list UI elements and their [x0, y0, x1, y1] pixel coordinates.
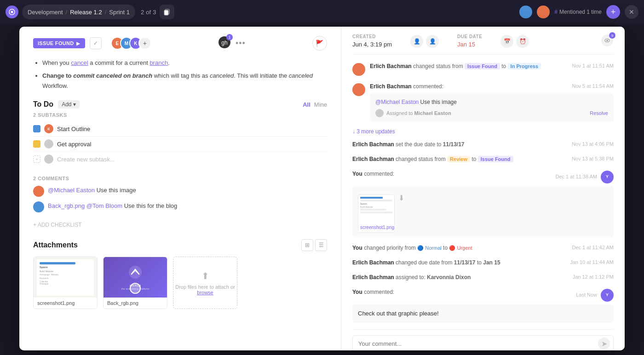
- activity-row: Erlich Bachman changed status from Revie…: [352, 155, 614, 163]
- subtask-text-1: Start Outline: [57, 126, 90, 132]
- browse-link[interactable]: browse: [197, 290, 213, 295]
- activity-time: Nov 5 at 11:54 AM: [572, 82, 614, 90]
- comment-mention[interactable]: @Michael Easton: [375, 99, 419, 105]
- activity-row: You commented: Dec 1 at 11:38 AM Y: [352, 170, 614, 183]
- add-task-button[interactable]: +: [606, 5, 620, 19]
- attachment-screenshot[interactable]: Space Build Website Homepage Website Res…: [33, 257, 98, 309]
- comment-input-field[interactable]: [352, 335, 614, 351]
- badge-arrow-icon: ▶: [76, 41, 80, 46]
- activity-item: Erlich Bachman changed status from Revie…: [352, 155, 614, 163]
- screenshot-filename[interactable]: screenshot1.png: [358, 223, 394, 232]
- add-checklist-button[interactable]: + ADD CHECKLIST: [33, 222, 327, 228]
- todo-add-button[interactable]: Add ▾: [58, 100, 79, 109]
- actor-name: Erlich Bachman: [352, 141, 394, 148]
- comment-mention-1[interactable]: @Michael Easton: [48, 187, 95, 194]
- actor-name: Erlich Bachman: [370, 83, 412, 90]
- upload-text: Drop files here to attach or browse: [173, 284, 237, 295]
- activity-text: You commented:: [352, 288, 394, 296]
- activity-time: Jan 10 at 11:44 AM: [570, 258, 614, 266]
- flag-button[interactable]: 🚩: [312, 36, 327, 51]
- issue-found-badge: ISSUE FOUND ▶: [33, 38, 85, 48]
- activity-to: to: [472, 156, 477, 162]
- from-date: 11/13/17: [454, 259, 476, 266]
- mini-line: [360, 200, 392, 201]
- subtask-avatar-2: [44, 139, 53, 149]
- breadcrumb-sep2: /: [105, 9, 107, 16]
- comment-body-2: Use this for the blog: [124, 202, 178, 209]
- last-comment-text: Check out that graphic please!: [358, 310, 439, 317]
- add-assignee-button[interactable]: +: [138, 37, 151, 50]
- subtask-checkbox-1[interactable]: [33, 125, 40, 132]
- upload-icon: ⬆: [201, 270, 209, 281]
- file-upload-zone[interactable]: ⬆ Drop files here to attach or browse: [173, 257, 237, 309]
- assignee-avatars: E M K +: [111, 37, 151, 50]
- task-of: of: [146, 9, 151, 16]
- checkmark-button[interactable]: ✓: [90, 37, 102, 49]
- download-button[interactable]: ⬇: [398, 193, 404, 204]
- attachments-title: Attachments: [33, 241, 78, 249]
- copy-button[interactable]: [160, 5, 174, 19]
- topbar-mentioned: # Mentioned 1 time: [554, 9, 602, 15]
- mini-line: [360, 197, 383, 199]
- you-avatar: Y: [601, 171, 614, 183]
- filter-mine[interactable]: Mine: [314, 101, 327, 108]
- branch-link[interactable]: branch: [150, 59, 168, 66]
- more-options-button[interactable]: •••: [236, 39, 246, 48]
- actor-name: You: [352, 289, 362, 295]
- activity-desc: commented:: [364, 171, 394, 177]
- comments-section: 2 COMMENTS @Michael Easton Use this imag…: [33, 176, 327, 212]
- activity-time: Jan 12 at 1:12 PM: [573, 273, 614, 281]
- close-button[interactable]: ✕: [625, 5, 638, 19]
- comment-avatar-1: [33, 186, 44, 197]
- breadcrumb-development[interactable]: Development: [28, 9, 63, 16]
- activity-row: You changed priority from 🔵 Normal to 🔴 …: [352, 244, 614, 252]
- activity-content: You commented: Last Now Y Check out that…: [352, 288, 614, 323]
- cancel-link[interactable]: cancel: [71, 59, 88, 66]
- activity-text: Erlich Bachman commented:: [370, 82, 443, 91]
- send-comment-button[interactable]: ➤: [598, 338, 610, 349]
- breadcrumb[interactable]: Development / Release 1.2 / Sprint 1: [22, 5, 135, 19]
- attachment-preview-1: Space Build Website Homepage Website Res…: [34, 257, 97, 298]
- preview-inner-1: Space Build Website Homepage Website Res…: [37, 259, 94, 296]
- github-button[interactable]: gh 1: [218, 36, 231, 51]
- attachment-back-rgb[interactable]: clickup the everything platform Back_rgb…: [103, 257, 167, 309]
- activity-avatar: [352, 83, 365, 96]
- due-label: DUE DATE: [457, 34, 482, 39]
- grid-view-button[interactable]: ⊞: [301, 239, 313, 251]
- resolve-button[interactable]: Resolve: [590, 109, 608, 117]
- screenshot-thumbnail[interactable]: Space Build Website screenshot1.png: [358, 195, 395, 233]
- activity-desc: commented:: [364, 289, 394, 295]
- activity-desc: changed status from: [413, 63, 465, 69]
- task-meta: CREATED Jun 4, 3:19 pm 👤 👤 DUE DATE Jan …: [352, 34, 614, 55]
- thumb-row: Space Build Website screenshot1.png ⬇: [358, 191, 608, 233]
- mini-line: [360, 212, 392, 213]
- comment-avatar-2: [33, 201, 44, 212]
- comment-bubble: @Michael Easton Use this image Assigned …: [370, 93, 614, 122]
- assignment-row: Assigned to Michael Easton Resolve: [375, 109, 608, 117]
- filter-all[interactable]: All: [303, 101, 310, 108]
- to-status: Issue Found: [478, 156, 513, 162]
- create-subtask-placeholder[interactable]: Create new subtask...: [57, 156, 115, 163]
- activity-content: Erlich Bachman changed due date from 11/…: [352, 258, 614, 267]
- more-updates-button[interactable]: ↓ 3 more updates: [352, 128, 614, 135]
- create-subtask-row[interactable]: + Create new subtask...: [33, 152, 327, 166]
- actor-name: Erlich Bachman: [352, 259, 394, 266]
- attachments-section: Attachments ⊞ ☰ Space Build Website: [33, 239, 327, 309]
- attachments-header: Attachments ⊞ ☰: [33, 239, 327, 251]
- activity-content: Erlich Bachman set the due date to 11/13…: [352, 140, 614, 149]
- activity-content: Erlich Bachman assigned to: Karvonnia Di…: [352, 273, 614, 281]
- file-link-1[interactable]: Back_rgb.png: [48, 202, 85, 209]
- breadcrumb-sprint[interactable]: Sprint 1: [109, 9, 130, 16]
- date-value: 11/13/17: [443, 141, 465, 148]
- comment-input-wrapper: ➤: [352, 335, 614, 351]
- comment-bar: ➤: [352, 329, 614, 351]
- created-meta: CREATED Jun 4, 3:19 pm: [352, 34, 392, 49]
- comment-body-1: Use this image: [97, 187, 136, 194]
- breadcrumb-release[interactable]: Release 1.2: [70, 9, 102, 16]
- list-view-button[interactable]: ☰: [315, 239, 327, 251]
- meta-avatar-icon: 👤: [410, 35, 423, 48]
- subtask-avatar-1: E: [44, 124, 53, 133]
- create-subtask-avatar: [44, 155, 53, 164]
- comment-mention-2[interactable]: @Tom Bloom: [86, 202, 122, 209]
- subtask-checkbox-2[interactable]: [33, 140, 40, 148]
